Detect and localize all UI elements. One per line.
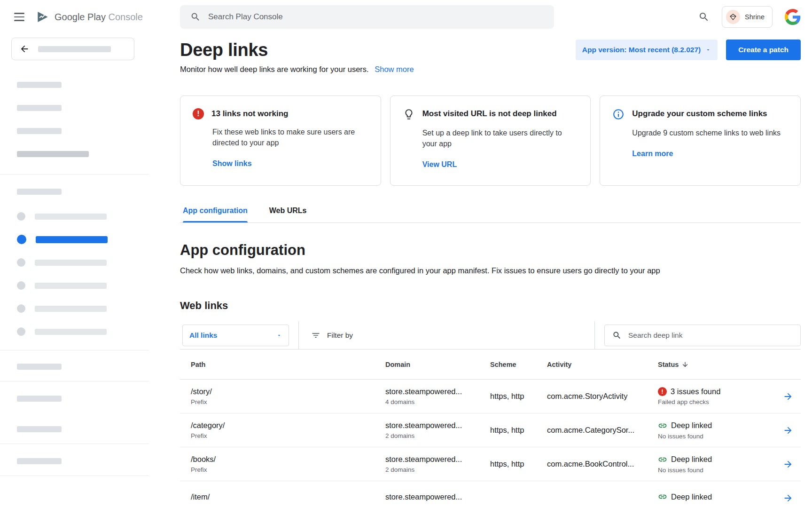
menu-icon[interactable] <box>14 13 24 21</box>
table-header: Path Domain Scheme Activity Status <box>180 349 801 380</box>
domain-cell: store.steampowered... <box>385 492 490 504</box>
arrow-forward-icon <box>783 391 793 402</box>
domain-cell: store.steampowered... 2 domains <box>385 421 490 439</box>
card-title: Most visited URL is not deep linked <box>422 108 557 119</box>
error-icon: ! <box>193 108 204 119</box>
sidebar-nav-item[interactable] <box>17 258 149 267</box>
sidebar: Google Play Console <box>0 0 149 508</box>
card-title: 13 links not working <box>211 108 288 119</box>
scheme-cell: https, http <box>490 426 547 435</box>
sidebar-nav-item[interactable] <box>17 281 149 290</box>
chevron-down-icon <box>705 47 711 53</box>
path-cell: /books/ Prefix <box>191 455 385 473</box>
row-detail-arrow[interactable] <box>775 493 801 503</box>
deep-link-search[interactable] <box>604 325 801 346</box>
arrow-forward-icon <box>783 459 793 469</box>
path-cell: /story/ Prefix <box>191 387 385 405</box>
sidebar-skeleton-bar <box>17 128 62 134</box>
card-upgrade-schemes: Upgrade your custom scheme links Upgrade… <box>600 95 801 186</box>
card-title: Upgrade your custom scheme links <box>632 108 767 119</box>
topbar-right: Shrine <box>698 6 801 28</box>
sidebar-header: Google Play Console <box>0 0 149 34</box>
main-area: Shrine Deep links App version: Most rece… <box>149 0 812 508</box>
section-heading: App configuration <box>180 242 801 259</box>
app-switcher-chip[interactable]: Shrine <box>722 6 773 28</box>
google-account-avatar[interactable] <box>785 9 801 25</box>
app-switcher-label: Shrine <box>745 13 765 21</box>
toolbar-divider <box>298 321 299 349</box>
link-icon <box>658 492 667 501</box>
filter-icon <box>311 331 320 340</box>
play-console-logo: Google Play Console <box>36 10 143 24</box>
app-version-dropdown[interactable]: App version: Most recent (8.2.027) <box>576 40 718 60</box>
card-body: Fix these web links to make sure users a… <box>212 127 368 148</box>
table-row[interactable]: /books/ Prefix store.steampowered... 2 d… <box>180 447 801 481</box>
sidebar-nav-item[interactable] <box>17 327 149 336</box>
sidebar-divider <box>0 174 149 175</box>
scheme-cell: https, http <box>490 392 547 401</box>
table-toolbar: All links Filter by <box>180 321 801 349</box>
sidebar-nav-item[interactable] <box>17 212 149 221</box>
links-filter-dropdown[interactable]: All links <box>182 325 289 346</box>
show-more-link[interactable]: Show more <box>375 65 414 73</box>
view-url-link[interactable]: View URL <box>422 160 457 169</box>
lightbulb-icon <box>403 108 415 120</box>
sidebar-skeleton-bar <box>17 426 62 432</box>
error-icon: ! <box>658 387 667 396</box>
page-subtitle: Monitor how well deep links are working … <box>180 65 801 74</box>
path-cell: /item/ <box>191 492 385 504</box>
table-row[interactable]: /category/ Prefix store.steampowered... … <box>180 413 801 447</box>
card-most-visited-url: Most visited URL is not deep linked Set … <box>390 95 591 186</box>
sort-descending-icon <box>681 361 689 368</box>
sidebar-skeleton-bar <box>17 105 62 111</box>
global-search[interactable] <box>180 5 554 29</box>
column-header-status[interactable]: Status <box>658 361 775 368</box>
sidebar-skeleton-bar <box>38 46 111 52</box>
sidebar-skeleton-bar <box>17 396 62 402</box>
row-detail-arrow[interactable] <box>775 425 801 436</box>
arrow-back-icon <box>19 44 30 54</box>
insight-cards: ! 13 links not working Fix these web lin… <box>180 95 801 186</box>
domain-cell: store.steampowered... 2 domains <box>385 455 490 473</box>
deep-link-search-input[interactable] <box>628 331 793 340</box>
info-icon <box>612 108 625 120</box>
column-header-domain[interactable]: Domain <box>385 361 490 368</box>
column-header-scheme[interactable]: Scheme <box>490 361 547 368</box>
web-links-heading: Web links <box>180 300 801 312</box>
link-icon <box>658 455 667 464</box>
create-patch-button[interactable]: Create a patch <box>726 40 801 60</box>
row-detail-arrow[interactable] <box>775 391 801 402</box>
path-cell: /category/ Prefix <box>191 421 385 439</box>
tab-app-configuration[interactable]: App configuration <box>183 206 248 222</box>
activity-cell: com.acme.BookControl... <box>547 460 658 468</box>
table-row[interactable]: /story/ Prefix store.steampowered... 4 d… <box>180 380 801 413</box>
status-cell: Deep linked <box>658 492 775 504</box>
activity-cell: com.acme.CategorySor... <box>547 426 658 435</box>
logo-text: Google Play Console <box>55 12 143 23</box>
sidebar-skeleton-bar <box>17 189 62 195</box>
toolbar-divider <box>594 321 595 349</box>
tab-web-urls[interactable]: Web URLs <box>269 206 307 222</box>
sidebar-nav-item-active[interactable] <box>17 235 149 244</box>
back-button[interactable] <box>11 38 134 60</box>
sidebar-nav-item[interactable] <box>17 304 149 313</box>
column-header-path[interactable]: Path <box>191 361 385 368</box>
show-links-link[interactable]: Show links <box>212 159 252 168</box>
sidebar-divider <box>0 444 149 444</box>
play-triangle-icon <box>36 10 50 24</box>
learn-more-link[interactable]: Learn more <box>632 150 673 158</box>
arrow-forward-icon <box>783 493 793 503</box>
shrine-app-icon <box>726 10 740 24</box>
column-header-activity[interactable]: Activity <box>547 361 658 368</box>
page-actions: App version: Most recent (8.2.027) Creat… <box>576 40 801 60</box>
section-description: Check how web links, domains, and custom… <box>180 266 801 275</box>
global-search-input[interactable] <box>208 12 544 22</box>
sidebar-divider <box>0 381 149 381</box>
table-row[interactable]: /item/ store.steampowered... Deep linked <box>180 481 801 508</box>
sidebar-skeleton-group <box>17 82 149 157</box>
filter-by-button[interactable]: Filter by <box>311 331 353 340</box>
search-icon[interactable] <box>698 11 710 23</box>
link-icon <box>658 421 667 430</box>
arrow-forward-icon <box>783 425 793 436</box>
row-detail-arrow[interactable] <box>775 459 801 469</box>
